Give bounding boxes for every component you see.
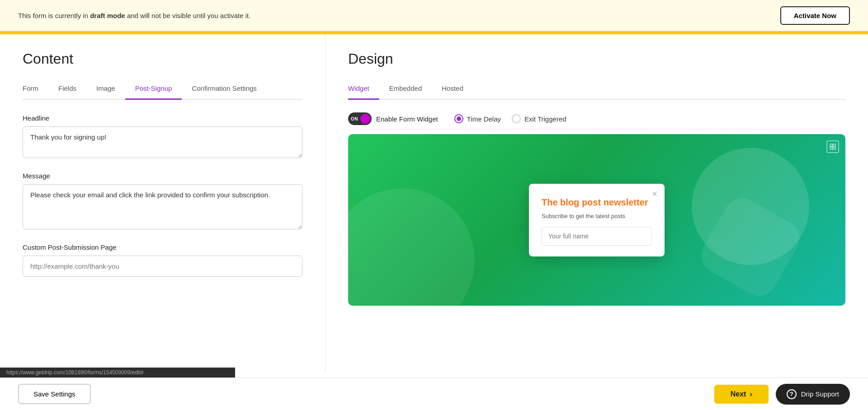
popup-close-button[interactable]: × xyxy=(652,189,657,198)
main-layout: Content Form Fields Image Post-Signup Co… xyxy=(0,34,868,372)
widget-controls: ON Enable Form Widget Time Delay Exit Tr… xyxy=(348,112,845,125)
tab-form[interactable]: Form xyxy=(23,80,48,100)
toggle-knob xyxy=(360,114,370,124)
svg-rect-1 xyxy=(833,144,835,146)
design-tab-embedded[interactable]: Embedded xyxy=(379,80,432,100)
svg-rect-3 xyxy=(833,147,835,149)
radio-exit-triggered-circle xyxy=(512,114,521,123)
radio-time-delay-circle xyxy=(454,114,463,123)
design-tab-widget[interactable]: Widget xyxy=(348,80,379,100)
expand-icon[interactable] xyxy=(826,140,839,153)
custom-page-input[interactable] xyxy=(23,256,302,277)
decor-circle-2 xyxy=(348,188,475,306)
tab-fields[interactable]: Fields xyxy=(48,80,86,100)
content-tabs: Form Fields Image Post-Signup Confirmati… xyxy=(23,80,302,100)
toggle-on-label: ON xyxy=(351,116,358,121)
draft-banner-text: This form is currently in draft mode and… xyxy=(18,12,250,19)
radio-time-delay[interactable]: Time Delay xyxy=(454,114,501,123)
tab-image[interactable]: Image xyxy=(86,80,125,100)
headline-textarea[interactable]: Thank you for signing up! xyxy=(23,126,302,158)
svg-rect-0 xyxy=(830,144,832,146)
popup-subtitle: Subscribe to get the latest posts xyxy=(542,213,652,219)
content-title: Content xyxy=(23,51,302,67)
popup-name-input[interactable] xyxy=(542,227,652,246)
status-url: https://www.getdrip.com/1081690/forms/15… xyxy=(6,369,144,372)
enable-widget-label: Enable Form Widget xyxy=(376,115,438,123)
headline-label: Headline xyxy=(23,114,302,122)
activate-now-button[interactable]: Activate Now xyxy=(780,6,850,25)
radio-time-delay-label: Time Delay xyxy=(467,115,501,123)
radio-exit-triggered-label: Exit Triggered xyxy=(524,115,566,123)
radio-group: Time Delay Exit Triggered xyxy=(454,114,566,123)
popup-title: The blog post newsletter xyxy=(542,196,652,208)
design-panel: Design Widget Embedded Hosted ON Enable … xyxy=(326,34,868,372)
svg-rect-2 xyxy=(830,147,832,149)
design-tab-hosted[interactable]: Hosted xyxy=(432,80,473,100)
tab-post-signup[interactable]: Post-Signup xyxy=(125,80,182,100)
status-bar: https://www.getdrip.com/1081690/forms/15… xyxy=(0,368,235,372)
enable-widget-toggle[interactable]: ON xyxy=(348,112,372,125)
popup-card: × The blog post newsletter Subscribe to … xyxy=(529,184,665,256)
custom-page-label: Custom Post-Submission Page xyxy=(23,243,302,251)
design-tabs: Widget Embedded Hosted xyxy=(348,80,845,100)
message-label: Message xyxy=(23,172,302,180)
design-title: Design xyxy=(348,51,845,67)
draft-banner: This form is currently in draft mode and… xyxy=(0,0,868,33)
radio-exit-triggered[interactable]: Exit Triggered xyxy=(512,114,566,123)
toggle-group: ON Enable Form Widget xyxy=(348,112,438,125)
content-panel: Content Form Fields Image Post-Signup Co… xyxy=(0,34,326,372)
widget-preview: × The blog post newsletter Subscribe to … xyxy=(348,134,845,306)
tab-confirmation-settings[interactable]: Confirmation Settings xyxy=(182,80,266,100)
message-textarea[interactable]: Please check your email and click the li… xyxy=(23,184,302,229)
